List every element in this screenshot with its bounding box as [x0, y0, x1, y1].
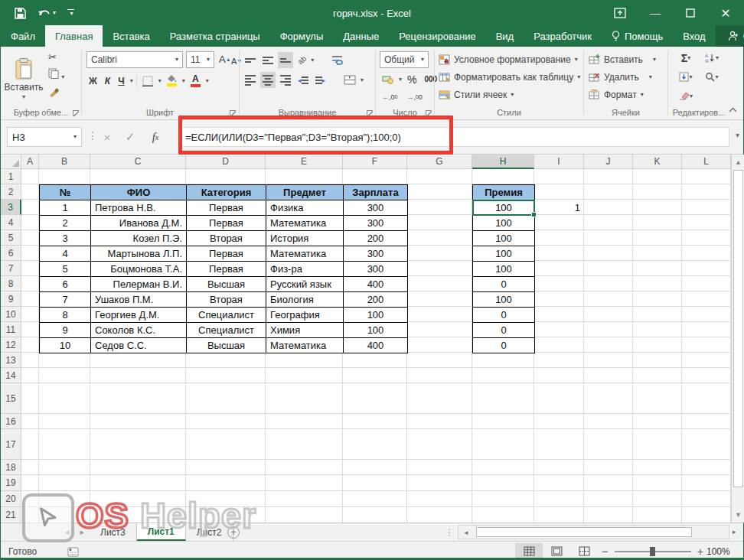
cell-salary-F12[interactable]: 400	[343, 337, 408, 353]
cell-G7[interactable]	[407, 261, 472, 276]
cell-A18[interactable]	[21, 460, 39, 475]
cell-G20[interactable]	[407, 491, 472, 507]
cell-H17[interactable]	[472, 429, 534, 460]
zoom-out-button[interactable]: −	[602, 545, 609, 558]
row-header-15[interactable]: 15	[1, 383, 21, 414]
cell-A5[interactable]	[21, 230, 39, 246]
cell-J3[interactable]	[584, 200, 633, 215]
confirm-entry-button[interactable]: ✓	[120, 128, 140, 146]
cell-fio-C12[interactable]: Седов С.С.	[90, 337, 187, 353]
clear-button[interactable]: ▾	[673, 88, 699, 104]
cell-J5[interactable]	[584, 230, 633, 246]
cell-K14[interactable]	[633, 368, 682, 383]
cell-J15[interactable]	[584, 383, 633, 414]
cell-I12[interactable]	[534, 337, 584, 353]
cell-fio-C6[interactable]: Мартынова Л.П.	[90, 246, 187, 262]
cell-F19[interactable]	[343, 475, 407, 491]
fill-handle[interactable]	[531, 212, 537, 217]
cell-num-B6[interactable]: 4	[39, 246, 91, 262]
cell-bonus-H11[interactable]: 0	[472, 322, 535, 338]
cell-K13[interactable]	[633, 353, 682, 368]
cell-K17[interactable]	[633, 429, 682, 460]
insert-cells-button[interactable]: Вставить▾	[589, 50, 656, 68]
cancel-entry-button[interactable]: ×	[97, 128, 117, 146]
name-box[interactable]: H3 ▾	[7, 127, 82, 147]
cell-I15[interactable]	[534, 383, 584, 414]
cell-B13[interactable]	[39, 353, 90, 368]
page-layout-view-button[interactable]	[543, 543, 570, 559]
row-header-21[interactable]: 21	[1, 507, 21, 523]
table-header-№[interactable]: №	[39, 184, 91, 200]
cell-E21[interactable]	[266, 507, 343, 523]
cell-G8[interactable]	[407, 276, 472, 291]
cell-A11[interactable]	[21, 322, 39, 337]
cell-subject-E4[interactable]: Математика	[266, 215, 344, 231]
cell-F18[interactable]	[343, 460, 407, 475]
cell-G9[interactable]	[407, 291, 472, 307]
cell-L8[interactable]	[682, 276, 731, 291]
column-header-F[interactable]: F	[343, 155, 407, 169]
cell-bonus-H4[interactable]: 100	[472, 215, 535, 231]
cell-I20[interactable]	[534, 491, 584, 507]
cell-K11[interactable]	[633, 322, 682, 337]
cell-J12[interactable]	[584, 337, 633, 353]
cell-B15[interactable]	[39, 383, 90, 414]
row-header-20[interactable]: 20	[1, 491, 21, 507]
cell-L17[interactable]	[682, 429, 731, 460]
cell-H1[interactable]	[472, 169, 534, 184]
customize-qat-button[interactable]: ▾	[67, 9, 74, 17]
cell-num-B12[interactable]: 10	[39, 337, 91, 353]
vertical-scrollbar-thumb[interactable]	[733, 170, 743, 487]
bold-button[interactable]: Ж	[86, 73, 100, 89]
cell-fio-C8[interactable]: Пелерман В.И.	[90, 276, 187, 292]
column-header-K[interactable]: K	[633, 155, 682, 169]
cell-fio-C3[interactable]: Петрова Н.В.	[90, 200, 187, 216]
cell-J6[interactable]	[584, 246, 633, 261]
cell-D19[interactable]	[186, 475, 266, 491]
table-header-Категория[interactable]: Категория	[186, 184, 266, 200]
cell-subject-E5[interactable]: История	[266, 230, 344, 246]
column-header-B[interactable]: B	[39, 155, 90, 169]
cell-A2[interactable]	[21, 184, 39, 200]
cell-H21[interactable]	[472, 507, 534, 523]
cell-J18[interactable]	[584, 460, 633, 475]
cell-J21[interactable]	[584, 507, 633, 523]
cell-G21[interactable]	[407, 507, 472, 523]
cell-A17[interactable]	[21, 429, 39, 460]
cell-G2[interactable]	[407, 184, 472, 200]
currency-button[interactable]	[380, 71, 396, 87]
font-name-select[interactable]: Calibri▾	[86, 51, 183, 68]
cell-H18[interactable]	[472, 460, 534, 475]
cell-D15[interactable]	[186, 383, 266, 414]
column-header-G[interactable]: G	[407, 155, 472, 169]
cell-G4[interactable]	[407, 215, 472, 230]
cell-subject-E11[interactable]: Химия	[266, 322, 344, 338]
cell-A19[interactable]	[21, 475, 39, 491]
cell-category-D6[interactable]: Первая	[186, 246, 266, 262]
zoom-slider-thumb[interactable]	[650, 547, 655, 556]
row-header-4[interactable]: 4	[1, 215, 21, 230]
cell-K1[interactable]	[633, 169, 682, 184]
zoom-slider[interactable]	[615, 551, 691, 552]
cell-E13[interactable]	[266, 353, 343, 368]
cell-C19[interactable]	[90, 475, 186, 491]
cell-num-B9[interactable]: 7	[39, 291, 91, 308]
cell-A13[interactable]	[21, 353, 39, 368]
cell-J4[interactable]	[584, 215, 633, 230]
cut-button[interactable]: ✂	[48, 51, 64, 63]
vertical-scrollbar[interactable]: ▲ ▼	[731, 155, 744, 523]
cell-L3[interactable]	[682, 200, 731, 215]
ribbon-tab-вид[interactable]: Вид	[486, 25, 524, 47]
macro-record-button[interactable]	[67, 546, 80, 557]
cell-I11[interactable]	[534, 322, 584, 337]
cell-A10[interactable]	[21, 307, 39, 322]
cell-salary-F11[interactable]: 100	[343, 322, 408, 338]
cell-subject-E3[interactable]: Физика	[266, 200, 344, 216]
increase-decimal-button[interactable]: ←,00	[380, 89, 400, 105]
row-header-19[interactable]: 19	[1, 475, 21, 491]
cell-J11[interactable]	[584, 322, 633, 337]
cell-fio-C11[interactable]: Соколов К.С.	[90, 322, 187, 338]
cell-num-B5[interactable]: 3	[39, 230, 91, 246]
cell-D18[interactable]	[186, 460, 266, 475]
cell-B17[interactable]	[39, 429, 90, 460]
